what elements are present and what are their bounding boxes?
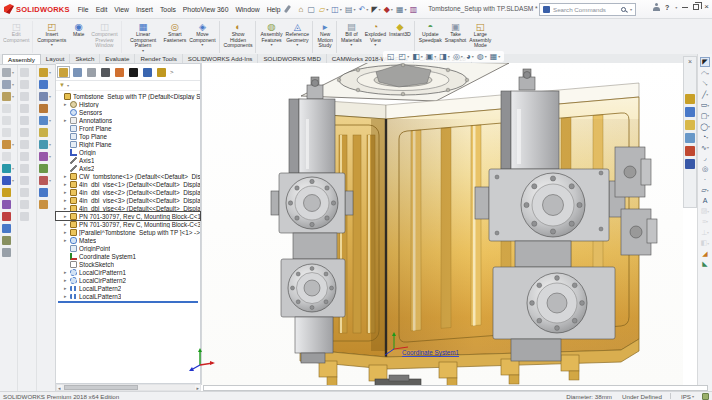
filter-funnel-icon[interactable]: ▼ <box>59 82 65 89</box>
scrollbar-thumb[interactable] <box>64 385 138 390</box>
dropdown-arrow-icon[interactable]: ▾ <box>707 113 709 118</box>
menu-item[interactable]: Insert <box>136 6 153 13</box>
toolbar-button[interactable] <box>39 164 54 173</box>
model-3d[interactable] <box>201 63 683 385</box>
toolbar-button[interactable] <box>39 128 54 137</box>
zoom-fit-icon[interactable]: ◱ <box>387 52 396 61</box>
dropdown-arrow-icon[interactable]: ▾ <box>461 54 463 59</box>
tree-item[interactable]: ▸ LocalCirPattern1 <box>56 268 200 276</box>
toolbar-button[interactable] <box>2 200 16 209</box>
design-library-tab[interactable] <box>685 107 695 117</box>
toolbar-button[interactable] <box>2 236 16 245</box>
search-commands-box[interactable]: Search Commands ▾ <box>539 3 636 16</box>
dropdown-arrow-icon[interactable]: ▾ <box>49 154 51 159</box>
fm-tab-overflow-icon[interactable]: > <box>170 69 174 75</box>
custom-properties-tab[interactable] <box>685 159 695 169</box>
sketch-tool-button[interactable]: ◝ ▾ <box>702 80 709 88</box>
login-icon[interactable] <box>653 3 660 11</box>
dropdown-arrow-icon[interactable]: ▾ <box>12 142 14 147</box>
tree-item[interactable]: Axis2 <box>56 164 200 172</box>
toolbar-button[interactable] <box>2 116 16 125</box>
file-explorer-tab[interactable] <box>685 120 695 130</box>
toolbar-button[interactable]: ▾ <box>39 140 54 149</box>
toolbar-button[interactable] <box>20 188 35 197</box>
dropdown-arrow-icon[interactable]: ▾ <box>391 7 393 12</box>
tree-item[interactable]: ▸ 4in_dbl_vise<4> (Default<<Default>_Dis… <box>56 204 200 212</box>
ribbon-button[interactable]: ◰ Insert Components ▾ <box>36 21 67 53</box>
toolbar-button[interactable] <box>20 128 35 137</box>
tree-item[interactable]: OriginPoint <box>56 244 200 252</box>
dropdown-arrow-icon[interactable]: ▾ <box>51 43 53 47</box>
toolbar-button[interactable]: ▾ <box>2 68 16 77</box>
close-button[interactable]: × <box>704 3 709 11</box>
dropdown-arrow-icon[interactable]: ▾ <box>350 43 352 47</box>
menu-item[interactable]: Tools <box>160 6 176 13</box>
dropdown-arrow-icon[interactable]: ▾ <box>407 54 409 59</box>
menu-item[interactable]: Window <box>235 6 259 13</box>
ribbon-button[interactable]: ◔ Exploded View ▾ <box>364 21 387 53</box>
menu-item[interactable]: Help <box>267 6 281 13</box>
dropdown-arrow-icon[interactable]: ▾ <box>296 43 298 47</box>
toolbar-button[interactable]: ▾ <box>39 116 54 125</box>
unit-dropdown-icon[interactable]: ▾ <box>692 394 694 399</box>
toolbar-button[interactable] <box>2 212 16 221</box>
dropdown-arrow-icon[interactable]: ▾ <box>707 241 709 246</box>
ribbon-button[interactable]: ◎ Smart Fasteners <box>163 21 188 53</box>
displaymanager-tab[interactable] <box>113 66 126 78</box>
dropdown-arrow-icon[interactable]: ▾ <box>707 103 709 108</box>
sketch-tool-button[interactable]: ◠ ▾ <box>700 70 710 78</box>
ribbon-button[interactable]: ▤ Bill of Materials ▾ <box>340 21 363 53</box>
sketch-tool-button[interactable]: ◤ <box>700 57 709 67</box>
dropdown-arrow-icon[interactable]: ▾ <box>705 82 707 87</box>
sketch-tool-button[interactable]: · <box>703 176 707 184</box>
sketch-tool-button[interactable]: A <box>702 197 709 205</box>
sketch-tool-button[interactable]: ◞ <box>703 154 708 162</box>
dropdown-arrow-icon[interactable]: ▾ <box>707 145 709 150</box>
toolbar-button[interactable] <box>20 68 35 77</box>
dropdown-arrow-icon[interactable]: ▾ <box>366 7 368 12</box>
display-style-icon[interactable]: ◨ ▾ <box>439 52 450 61</box>
tree-item[interactable]: ▸ CW_tombstone<1> (Default<<Default>_Dis… <box>56 172 200 180</box>
toolbar-button[interactable] <box>20 80 35 89</box>
search-icon[interactable] <box>621 7 626 12</box>
view-orientation-icon[interactable]: ▣ ▾ <box>426 52 437 61</box>
tree-item[interactable]: Coordinate System1 <box>56 252 200 260</box>
restore-button[interactable] <box>693 4 699 10</box>
toolbar-button[interactable] <box>2 152 16 161</box>
dropdown-arrow-icon[interactable]: ▾ <box>201 43 203 47</box>
coordinate-system-label[interactable]: Coordinate System1 <box>402 349 459 357</box>
toolbar-button[interactable]: ▾ <box>2 140 16 149</box>
ribbon-button[interactable]: ◈ Move Component ▾ <box>188 21 219 53</box>
dropdown-arrow-icon[interactable]: ▾ <box>707 209 709 214</box>
dropdown-arrow-icon[interactable]: ▾ <box>434 54 436 59</box>
ribbon-button[interactable]: ◱ Large Assembly Mode <box>468 21 492 53</box>
search-input[interactable]: Search Commands <box>553 6 618 13</box>
ribbon-button[interactable]: ◳ Edit Component <box>2 21 33 53</box>
tree-item[interactable]: ▸ [Parallel^Tombstone_Setup with TP ]<1>… <box>56 228 200 236</box>
sketch-tool-button[interactable]: ▭ ▾ <box>700 101 711 109</box>
ribbon-button[interactable]: ◓ Update Speedpak <box>418 21 443 53</box>
dropdown-arrow-icon[interactable]: ▾ <box>49 118 51 123</box>
dropdown-arrow-icon[interactable]: ▾ <box>12 94 14 99</box>
undo-icon[interactable]: ↶ ▾ <box>359 5 369 14</box>
ribbon-button[interactable]: ▣ Take Snapshot <box>444 21 468 53</box>
dropdown-arrow-icon[interactable]: ▾ <box>472 54 474 59</box>
menu-item[interactable]: Edit <box>96 6 108 13</box>
toolbar-button[interactable]: ▾ <box>2 176 16 185</box>
dropdown-arrow-icon[interactable]: ▾ <box>270 43 272 47</box>
sketch-tool-button[interactable]: ▢ ▾ <box>700 112 711 120</box>
featuremanager-tab[interactable] <box>57 66 70 78</box>
dropdown-arrow-icon[interactable]: ▾ <box>379 7 381 12</box>
toolbar-button[interactable]: ▾ <box>2 164 16 173</box>
toolbar-button[interactable] <box>20 176 35 185</box>
toolbar-button[interactable] <box>20 104 35 113</box>
toolbar-button[interactable] <box>2 104 16 113</box>
dropdown-arrow-icon[interactable]: ▾ <box>354 7 356 12</box>
dropdown-arrow-icon[interactable]: ▾ <box>12 166 14 171</box>
dropdown-arrow-icon[interactable]: ▾ <box>706 92 708 97</box>
sketch-tool-button[interactable]: ◧ ▾ <box>700 239 711 247</box>
menu-item[interactable]: View <box>114 6 129 13</box>
sketch-tool-button[interactable]: ≡ ▾ <box>701 218 709 226</box>
camworks-feature-tab[interactable] <box>127 66 140 78</box>
unit-system-selector[interactable]: IPS <box>681 393 691 400</box>
